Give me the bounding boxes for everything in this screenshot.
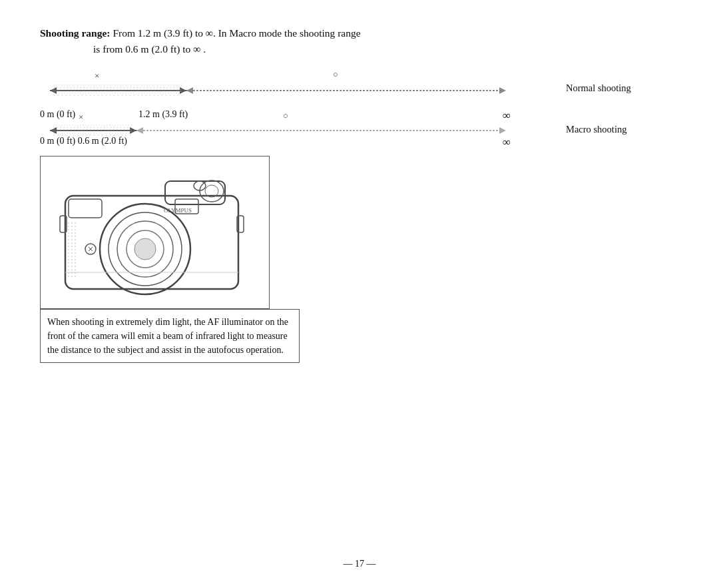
shooting-range-heading: Shooting range: From 1.2 m (3.9 ft) to ∞… xyxy=(40,25,679,57)
label-0m-normal: 0 m (0 ft) xyxy=(40,109,75,120)
svg-marker-4 xyxy=(180,87,186,94)
page-number: — 17 — xyxy=(344,559,376,569)
heading-bold: Shooting range: xyxy=(40,27,111,39)
heading-text: From 1.2 m (3.9 ft) to ∞. In Macro mode … xyxy=(111,27,361,39)
svg-text:×: × xyxy=(79,112,83,122)
svg-marker-13 xyxy=(186,87,193,94)
svg-text:○: ○ xyxy=(333,69,338,79)
label-0m-macro: 0 m (0 ft) 0.6 m (2.0 ft) xyxy=(40,136,127,147)
camera-image-box: OLYMPUS xyxy=(40,156,270,309)
svg-marker-26 xyxy=(499,127,506,134)
info-box: When shooting in extremely dim light, th… xyxy=(40,309,300,363)
svg-marker-12 xyxy=(499,87,506,94)
svg-text:×: × xyxy=(95,71,99,81)
normal-shooting-label: Normal shooting xyxy=(566,83,631,94)
camera-drawing: OLYMPUS xyxy=(52,162,258,302)
label-1.2m: 1.2 m (3.9 ft) xyxy=(138,109,188,120)
svg-rect-36 xyxy=(69,199,102,218)
svg-marker-17 xyxy=(50,127,57,134)
macro-shooting-label: Macro shooting xyxy=(566,124,626,135)
svg-point-38 xyxy=(200,180,224,202)
label-inf-normal: ∞ xyxy=(503,109,511,123)
svg-point-34 xyxy=(134,238,156,260)
info-text: When shooting in extremely dim light, th… xyxy=(47,317,288,355)
svg-text:○: ○ xyxy=(283,111,288,121)
heading-line2: is from 0.6 m (2.0 ft) to ∞ . xyxy=(40,43,206,55)
label-inf-macro: ∞ xyxy=(503,136,511,149)
shooting-range-diagram: × ○ × ○ xyxy=(40,64,559,150)
svg-marker-3 xyxy=(50,87,57,94)
svg-text:OLYMPUS: OLYMPUS xyxy=(164,207,192,214)
svg-marker-18 xyxy=(130,127,136,134)
svg-marker-27 xyxy=(136,127,143,134)
